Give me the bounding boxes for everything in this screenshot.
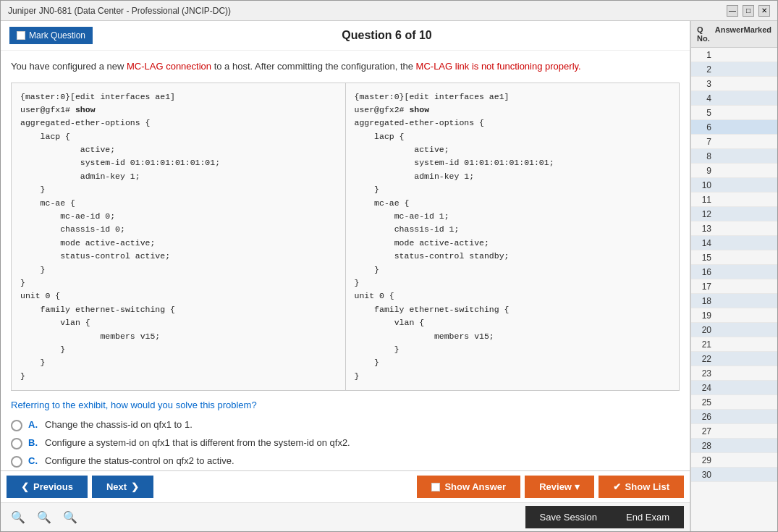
next-icon xyxy=(131,481,139,492)
sidebar-row-num: 14 xyxy=(691,238,717,248)
sidebar-col-marked: Marked xyxy=(743,25,771,43)
show-list-icon xyxy=(613,481,621,492)
minimize-button[interactable]: — xyxy=(727,5,738,17)
sidebar-row[interactable]: 24 xyxy=(691,381,777,395)
sidebar-row[interactable]: 26 xyxy=(691,410,777,424)
review-dropdown-icon: ▾ xyxy=(575,481,580,492)
sidebar-row[interactable]: 9 xyxy=(691,164,777,178)
sidebar-row-num: 19 xyxy=(691,311,717,321)
question-area: Mark Question Question 6 of 10 You have … xyxy=(1,21,690,531)
option-a[interactable]: A. Change the chassis-id on qfx1 to 1. xyxy=(11,419,680,431)
sidebar-row[interactable]: 30 xyxy=(691,468,777,482)
sidebar-row[interactable]: 23 xyxy=(691,366,777,381)
mark-question-button[interactable]: Mark Question xyxy=(9,27,93,44)
show-answer-label: Show Answer xyxy=(444,481,506,492)
sidebar-row-num: 26 xyxy=(691,412,717,422)
sidebar-row-num: 30 xyxy=(691,470,717,480)
nav-row: Previous Next Show Answer Review ▾ xyxy=(1,471,690,502)
sidebar-row-num: 7 xyxy=(691,137,717,147)
sidebar-row-num: 8 xyxy=(691,151,717,161)
sidebar-row[interactable]: 1 xyxy=(691,48,777,62)
sidebar-row-num: 20 xyxy=(691,325,717,335)
highlight-mclag-link: MC-LAG link is not functioning properly. xyxy=(416,61,581,72)
end-exam-button[interactable]: End Exam xyxy=(612,506,684,528)
sidebar-row-num: 3 xyxy=(691,79,717,89)
sidebar-row[interactable]: 21 xyxy=(691,337,777,352)
sidebar-row-num: 6 xyxy=(691,122,717,132)
mark-icon xyxy=(17,31,25,40)
sidebar-row[interactable]: 7 xyxy=(691,135,777,149)
sidebar-row[interactable]: 22 xyxy=(691,352,777,366)
question-header: Mark Question Question 6 of 10 xyxy=(1,21,690,51)
option-c-radio[interactable] xyxy=(11,456,22,468)
window-title: Juniper JN0-681 (Data Center - Professio… xyxy=(8,6,231,16)
sidebar-row[interactable]: 10 xyxy=(691,178,777,193)
sidebar-row-num: 1 xyxy=(691,50,717,60)
sidebar-row-num: 22 xyxy=(691,354,717,364)
sidebar-row[interactable]: 20 xyxy=(691,323,777,337)
option-a-text: Change the chassis-id on qfx1 to 1. xyxy=(45,419,193,430)
sidebar-row[interactable]: 17 xyxy=(691,279,777,294)
sidebar-row-num: 13 xyxy=(691,224,717,234)
show-answer-button[interactable]: Show Answer xyxy=(417,476,520,498)
previous-button[interactable]: Previous xyxy=(7,476,88,498)
prev-icon xyxy=(21,481,29,492)
sidebar-row[interactable]: 5 xyxy=(691,106,777,120)
sidebar: Q No. Answer Marked 1 2 3 4 5 6 xyxy=(690,21,777,531)
sidebar-row[interactable]: 18 xyxy=(691,294,777,308)
option-b-radio[interactable] xyxy=(11,438,22,449)
refer-text: Referring to the exhibit, how would you … xyxy=(11,400,680,410)
next-button[interactable]: Next xyxy=(92,476,153,498)
sidebar-row-num: 17 xyxy=(691,282,717,292)
sidebar-row[interactable]: 4 xyxy=(691,91,777,106)
window-controls: — □ ✕ xyxy=(727,5,770,17)
sidebar-row[interactable]: 15 xyxy=(691,250,777,265)
code-left: {master:0}[edit interfaces ae1] user@gfx… xyxy=(12,83,346,391)
sidebar-row-num: 5 xyxy=(691,108,717,118)
sidebar-row[interactable]: 3 xyxy=(691,77,777,91)
zoom-reset-button[interactable]: 🔍 xyxy=(33,509,56,525)
option-b-label: B. xyxy=(28,437,38,448)
review-button[interactable]: Review ▾ xyxy=(525,476,593,498)
sidebar-row[interactable]: 19 xyxy=(691,308,777,323)
close-button[interactable]: ✕ xyxy=(758,5,770,17)
option-a-radio[interactable] xyxy=(11,420,22,431)
sidebar-row-num: 24 xyxy=(691,383,717,393)
sidebar-row-num: 23 xyxy=(691,368,717,379)
zoom-in-button[interactable]: 🔍 xyxy=(7,509,30,525)
code-right: {master:0}[edit interfaces ae1] user@gfx… xyxy=(346,83,680,391)
sidebar-row-num: 21 xyxy=(691,339,717,350)
option-b-text: Configure a system-id on qfx1 that is di… xyxy=(45,437,350,448)
mark-question-label: Mark Question xyxy=(29,30,85,41)
sidebar-row[interactable]: 12 xyxy=(691,207,777,221)
sidebar-row[interactable]: 27 xyxy=(691,424,777,439)
sidebar-row[interactable]: 25 xyxy=(691,395,777,410)
sidebar-row[interactable]: 28 xyxy=(691,439,777,453)
option-c[interactable]: C. Configure the status-control on qfx2 … xyxy=(11,455,680,468)
option-b[interactable]: B. Configure a system-id on qfx1 that is… xyxy=(11,437,680,449)
save-session-label: Save Session xyxy=(540,512,598,523)
sidebar-row[interactable]: 16 xyxy=(691,265,777,279)
sidebar-row-num: 4 xyxy=(691,93,717,104)
sidebar-row[interactable]: 11 xyxy=(691,193,777,207)
maximize-button[interactable]: □ xyxy=(743,5,754,17)
question-title: Question 6 of 10 xyxy=(93,29,681,42)
sidebar-row[interactable]: 14 xyxy=(691,236,777,250)
sidebar-row[interactable]: 2 xyxy=(691,62,777,77)
sidebar-row[interactable]: 6 xyxy=(691,120,777,135)
show-answer-icon xyxy=(431,483,440,491)
action-row: 🔍 🔍 🔍 Save Session End Exam xyxy=(1,502,690,531)
zoom-out-button[interactable]: 🔍 xyxy=(59,509,82,525)
sidebar-row-num: 11 xyxy=(691,195,717,205)
save-session-button[interactable]: Save Session xyxy=(525,506,612,528)
sidebar-header: Q No. Answer Marked xyxy=(691,21,777,48)
option-c-label: C. xyxy=(28,455,38,466)
sidebar-col-qno: Q No. xyxy=(697,25,715,43)
show-list-button[interactable]: Show List xyxy=(599,476,684,498)
sidebar-row[interactable]: 29 xyxy=(691,453,777,468)
sidebar-row[interactable]: 13 xyxy=(691,221,777,236)
sidebar-row-num: 18 xyxy=(691,296,717,306)
sidebar-row[interactable]: 8 xyxy=(691,149,777,164)
question-body: You have configured a new MC-LAG connect… xyxy=(1,51,690,470)
previous-label: Previous xyxy=(33,481,73,492)
